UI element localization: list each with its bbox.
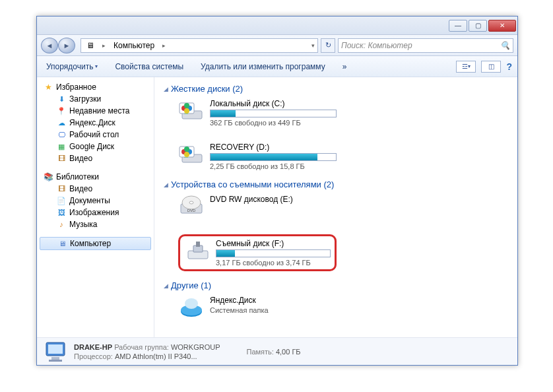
item-icon: 🎞: [57, 184, 66, 193]
pc-name: DRAKE-HP: [74, 343, 112, 351]
item-icon: 🖵: [57, 130, 66, 139]
section-hard-drives[interactable]: ◢Жесткие диски (2): [164, 84, 508, 94]
section-other[interactable]: ◢Другие (1): [164, 280, 508, 290]
triangle-icon: ◢: [164, 181, 168, 188]
drive-item[interactable]: Яндекс.ДискСистемная папка: [178, 296, 337, 319]
sidebar-item-label: Google Диск: [69, 142, 114, 151]
sidebar-item[interactable]: 🎞Видео: [37, 152, 154, 164]
drive-free-text: 362 ГБ свободно из 449 ГБ: [210, 119, 337, 127]
sidebar-item-label: Рабочий стол: [69, 130, 119, 139]
sidebar-item[interactable]: 🖵Рабочий стол: [37, 129, 154, 141]
libraries-icon: 📚: [44, 172, 53, 181]
body: ★ Избранное ⬇Загрузки📍Недавние места☁Янд…: [37, 77, 517, 337]
drive-icon: DVD: [178, 195, 205, 218]
svg-point-13: [184, 152, 189, 157]
drive-item[interactable]: DVDDVD RW дисковод (E:): [178, 195, 337, 218]
chevron-right-icon: ▸: [100, 42, 108, 49]
drive-name: Съемный диск (F:): [216, 239, 331, 248]
refresh-button[interactable]: ↻: [321, 38, 335, 53]
item-icon: ☁: [57, 118, 66, 127]
search-icon: 🔍: [500, 41, 510, 50]
preview-pane-button[interactable]: ◫: [481, 61, 501, 73]
sidebar-item[interactable]: 🎞Видео: [37, 183, 154, 195]
computer-icon: 🖥: [57, 239, 67, 248]
toolbar: Упорядочить▾ Свойства системы Удалить ил…: [37, 56, 517, 77]
chevron-right-icon: ▸: [160, 42, 168, 49]
back-button[interactable]: ◄: [41, 38, 58, 53]
sidebar-item-computer[interactable]: 🖥 Компьютер: [40, 237, 151, 250]
system-properties-button[interactable]: Свойства системы: [111, 59, 187, 74]
drive-icon: [178, 296, 205, 319]
chevron-down-icon: ▾: [95, 63, 98, 69]
organize-button[interactable]: Упорядочить▾: [42, 59, 102, 74]
sidebar-item[interactable]: ▦Google Диск: [37, 141, 154, 152]
item-icon: 🖼: [57, 208, 66, 217]
help-button[interactable]: ?: [506, 61, 512, 72]
minimize-button[interactable]: —: [449, 20, 467, 32]
triangle-icon: ◢: [164, 282, 168, 289]
item-icon: 📄: [57, 196, 66, 205]
item-icon: 🎞: [57, 154, 66, 163]
sidebar-item-label: Документы: [69, 196, 110, 205]
section-removable[interactable]: ◢Устройства со съемными носителями (2): [164, 180, 508, 189]
forward-button[interactable]: ►: [58, 38, 75, 53]
drive-item[interactable]: Локальный диск (C:)362 ГБ свободно из 44…: [178, 99, 337, 127]
sidebar-item[interactable]: 🖼Изображения: [37, 207, 154, 218]
sidebar-item-label: Изображения: [69, 208, 119, 217]
capacity-bar: [216, 249, 331, 257]
sidebar-item-label: Видео: [69, 184, 92, 193]
drive-name: RECOVERY (D:): [210, 143, 337, 152]
drive-icon: [184, 239, 211, 263]
svg-point-23: [185, 298, 198, 309]
details-pane: DRAKE-HP Рабочая группа: WORKGROUP Проце…: [37, 337, 517, 365]
drive-name: DVD RW дисковод (E:): [210, 195, 337, 204]
triangle-icon: ◢: [164, 86, 168, 92]
svg-point-12: [184, 147, 189, 152]
sidebar-item-label: Музыка: [69, 220, 97, 229]
search-input[interactable]: Поиск: Компьютер 🔍: [338, 38, 513, 53]
sidebar-item-label: Загрузки: [69, 94, 101, 104]
item-icon: ⬇: [57, 94, 66, 104]
maximize-button[interactable]: ▢: [469, 20, 487, 32]
dropdown-icon[interactable]: ▾: [311, 42, 315, 49]
svg-text:DVD: DVD: [187, 209, 196, 212]
item-icon: ♪: [57, 220, 66, 229]
address-bar[interactable]: 🖥 ▸ Компьютер ▸ ▾: [81, 38, 318, 53]
item-icon: 📍: [57, 106, 66, 115]
sidebar-item[interactable]: ♪Музыка: [37, 218, 154, 230]
view-mode-button[interactable]: ☲ ▾: [456, 61, 476, 73]
sidebar-item[interactable]: ☁Яндекс.Диск: [37, 117, 154, 129]
sidebar-item[interactable]: 📄Документы: [37, 195, 154, 207]
sidebar-item-label: Видео: [69, 154, 92, 163]
computer-icon: 🖥: [84, 41, 97, 50]
nav-buttons: ◄ ►: [41, 38, 78, 53]
sidebar-item[interactable]: 📍Недавние места: [37, 105, 154, 117]
sidebar-item-label: Недавние места: [69, 106, 129, 115]
explorer-window: — ▢ ✕ ◄ ► 🖥 ▸ Компьютер ▸ ▾ ↻ Поиск: Ком…: [36, 16, 518, 366]
close-button[interactable]: ✕: [488, 20, 516, 32]
sidebar-favorites-header[interactable]: ★ Избранное: [37, 81, 154, 93]
drive-item[interactable]: Съемный диск (F:)3,17 ГБ свободно из 3,7…: [178, 234, 337, 271]
drive-free-text: 2,25 ГБ свободно из 15,8 ГБ: [210, 162, 337, 170]
computer-icon: [44, 341, 67, 362]
svg-rect-26: [51, 357, 59, 360]
svg-point-6: [184, 108, 189, 114]
sidebar: ★ Избранное ⬇Загрузки📍Недавние места☁Янд…: [37, 77, 154, 337]
drive-subtitle: Системная папка: [210, 306, 337, 314]
item-icon: ▦: [57, 142, 66, 151]
content-pane: ◢Жесткие диски (2) Локальный диск (C:)36…: [154, 77, 517, 337]
toolbar-overflow[interactable]: »: [339, 59, 351, 74]
drive-item[interactable]: RECOVERY (D:)2,25 ГБ свободно из 15,8 ГБ: [178, 143, 337, 170]
capacity-bar: [210, 153, 337, 161]
sidebar-item-label: Яндекс.Диск: [69, 118, 115, 127]
search-placeholder: Поиск: Компьютер: [341, 41, 412, 50]
sidebar-libraries-header[interactable]: 📚 Библиотеки: [37, 171, 154, 183]
drive-icon: [178, 143, 205, 166]
svg-rect-20: [196, 242, 200, 247]
svg-point-5: [184, 103, 189, 108]
uninstall-program-button[interactable]: Удалить или изменить программу: [197, 59, 329, 74]
breadcrumb-location[interactable]: Компьютер: [111, 41, 157, 50]
sidebar-item[interactable]: ⬇Загрузки: [37, 93, 154, 105]
drive-name: Локальный диск (C:): [210, 99, 337, 108]
svg-rect-25: [48, 344, 63, 354]
